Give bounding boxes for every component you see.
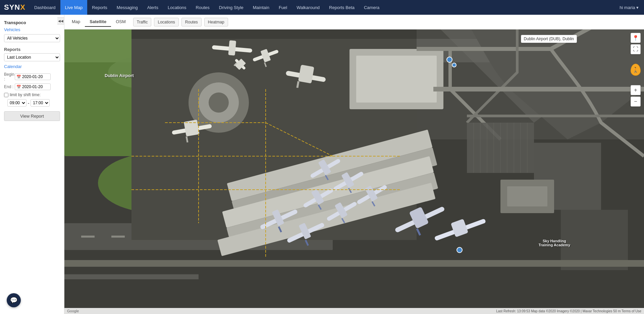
nav-reports-beta[interactable]: Reports Beta bbox=[324, 0, 359, 15]
map-attribution: Last Refresh: 13:09:53 Map data ©2020 Im… bbox=[496, 309, 641, 313]
street-view-pegman[interactable]: 🚶 bbox=[631, 64, 641, 76]
nav-items: Dashboard Live Map Reports Messaging Ale… bbox=[30, 0, 384, 15]
calendar-icon-begin: 📅 bbox=[16, 75, 21, 79]
svg-rect-3 bbox=[64, 29, 131, 62]
satellite-view-button[interactable]: Satellite bbox=[85, 17, 111, 27]
nav-camera[interactable]: Camera bbox=[359, 0, 384, 15]
end-date-input-wrap: 📅 bbox=[15, 83, 51, 90]
time-end-select[interactable]: 17:00 bbox=[31, 99, 50, 107]
sidebar: ◀◀ Transpoco Vehicles All Vehicles Repor… bbox=[0, 15, 64, 314]
chat-button[interactable]: 💬 bbox=[7, 293, 21, 307]
map-view-button[interactable]: Map bbox=[67, 17, 85, 27]
sidebar-collapse-button[interactable]: ◀◀ bbox=[57, 17, 64, 24]
zoom-out-button[interactable]: − bbox=[631, 97, 641, 107]
time-separator: - bbox=[28, 101, 29, 106]
reports-select[interactable]: Last Location bbox=[4, 53, 60, 61]
shift-time-label: limit by shift time: bbox=[10, 92, 41, 97]
google-logo: Google bbox=[67, 309, 79, 313]
end-label: End : bbox=[4, 84, 15, 89]
end-date-row: End : 📅 bbox=[0, 82, 64, 91]
time-start-select[interactable]: 09:00 bbox=[7, 99, 26, 107]
nav-maintain[interactable]: Maintain bbox=[248, 0, 274, 15]
calendar-link[interactable]: Calendar bbox=[0, 63, 64, 71]
main-content: ◀◀ Transpoco Vehicles All Vehicles Repor… bbox=[0, 15, 644, 314]
logo-x: X bbox=[20, 3, 25, 11]
location-label: Dublin Airport (DUB), Dublin bbox=[521, 35, 577, 43]
svg-point-18 bbox=[209, 92, 229, 113]
svg-rect-33 bbox=[298, 65, 314, 83]
svg-rect-79 bbox=[507, 186, 547, 206]
svg-rect-7 bbox=[81, 236, 95, 238]
svg-rect-54 bbox=[228, 40, 236, 56]
logo-text: SYNX bbox=[4, 3, 25, 12]
nav-messaging[interactable]: Messaging bbox=[112, 0, 143, 15]
map-footer: Google Last Refresh: 13:09:53 Map data ©… bbox=[64, 308, 644, 314]
nav-locations[interactable]: Locations bbox=[163, 0, 191, 15]
map-area: Map Satellite OSM Traffic Locations Rout… bbox=[64, 15, 644, 314]
svg-point-80 bbox=[447, 57, 452, 62]
end-date-input[interactable] bbox=[22, 84, 49, 89]
osm-view-button[interactable]: OSM bbox=[111, 17, 130, 27]
nav-live-map[interactable]: Live Map bbox=[60, 0, 88, 15]
map-pin-button[interactable]: 📍 bbox=[631, 33, 641, 43]
logo: SYNX bbox=[0, 0, 30, 15]
sidebar-brand: Transpoco bbox=[0, 18, 64, 26]
reports-label: Reports bbox=[0, 44, 64, 53]
map-background bbox=[64, 29, 644, 314]
map-controls: 📍 ⛶ 🚶 + − bbox=[631, 33, 641, 107]
nav-reports[interactable]: Reports bbox=[87, 0, 112, 15]
nav-alerts[interactable]: Alerts bbox=[143, 0, 163, 15]
svg-rect-8 bbox=[111, 236, 125, 238]
shift-time-row: limit by shift time: bbox=[0, 91, 64, 99]
map-svg bbox=[64, 29, 644, 314]
begin-label: Begin : bbox=[4, 72, 15, 81]
view-report-button[interactable]: View Report bbox=[4, 111, 60, 121]
map-fullscreen-button[interactable]: ⛶ bbox=[631, 44, 641, 54]
vehicles-select-wrap: All Vehicles bbox=[0, 34, 64, 44]
begin-date-input-wrap: 📅 bbox=[15, 73, 51, 80]
begin-date-row: Begin : 📅 bbox=[0, 71, 64, 82]
zoom-in-button[interactable]: + bbox=[631, 85, 641, 95]
nav-routes[interactable]: Routes bbox=[191, 0, 214, 15]
time-row: 09:00 - 17:00 bbox=[0, 99, 64, 109]
begin-date-input[interactable] bbox=[22, 74, 49, 79]
vehicles-link[interactable]: Vehicles bbox=[0, 26, 64, 34]
svg-rect-51 bbox=[184, 120, 200, 136]
locations-filter-button[interactable]: Locations bbox=[154, 18, 178, 26]
nav-fuel[interactable]: Fuel bbox=[274, 0, 292, 15]
top-navigation: SYNX Dashboard Live Map Reports Messagin… bbox=[0, 0, 644, 15]
vehicles-select[interactable]: All Vehicles bbox=[4, 34, 60, 42]
reports-select-wrap: Last Location bbox=[0, 53, 64, 63]
calendar-icon-end: 📅 bbox=[16, 85, 21, 89]
nav-walkaround[interactable]: Walkaround bbox=[292, 0, 324, 15]
traffic-filter-button[interactable]: Traffic bbox=[133, 18, 152, 26]
svg-rect-20 bbox=[356, 56, 437, 103]
shift-time-checkbox[interactable] bbox=[4, 93, 8, 97]
routes-filter-button[interactable]: Routes bbox=[181, 18, 202, 26]
nav-dashboard[interactable]: Dashboard bbox=[30, 0, 60, 15]
svg-point-81 bbox=[452, 63, 456, 67]
map-toolbar: Map Satellite OSM Traffic Locations Rout… bbox=[64, 15, 644, 29]
user-menu[interactable]: hi maria ▾ bbox=[620, 5, 644, 10]
map-container[interactable]: Dublin Airport Sky HandlingTraining Acad… bbox=[64, 29, 644, 314]
heatmap-filter-button[interactable]: Heatmap bbox=[204, 18, 228, 26]
svg-point-82 bbox=[457, 247, 462, 253]
nav-driving-style[interactable]: Driving Style bbox=[214, 0, 248, 15]
